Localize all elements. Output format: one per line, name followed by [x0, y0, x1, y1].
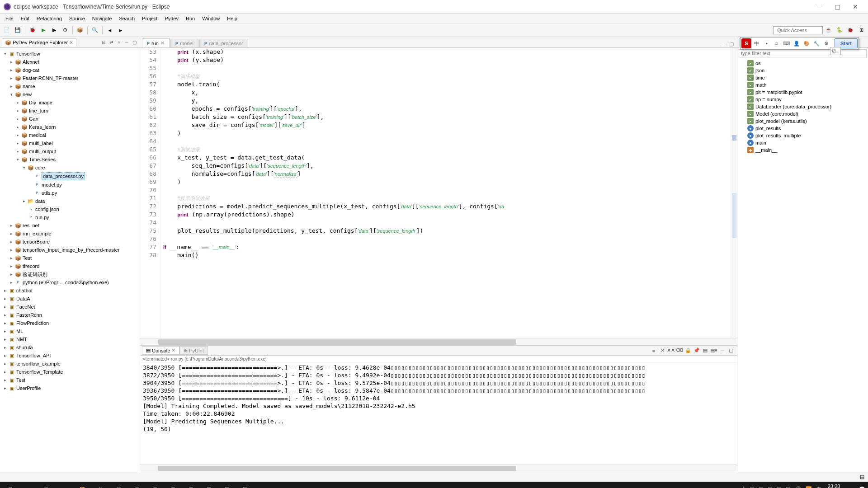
app3-button[interactable]: ▣ — [164, 482, 182, 488]
tree-node[interactable]: ▸▣FasterRcnn — [0, 311, 140, 319]
tree-node[interactable]: ▸▣Tensorflow_Template — [0, 368, 140, 376]
menu-search[interactable]: Search — [115, 15, 138, 22]
ime-tool-icon[interactable]: 🔧 — [812, 39, 821, 48]
tray-icon[interactable]: ▣ — [748, 486, 756, 488]
ime-skin-icon[interactable]: 🎨 — [802, 39, 811, 48]
ime-lang-icon[interactable]: 中 — [752, 39, 761, 48]
tree-node[interactable]: ▸📦Keras_learn — [0, 123, 140, 131]
maximize-icon[interactable]: ▢ — [131, 39, 138, 46]
link-editor-icon[interactable]: ⇄ — [108, 39, 115, 46]
tray-icon[interactable]: ▣ — [766, 486, 774, 488]
app5-button[interactable]: ▣ — [200, 482, 218, 488]
ime-toolbar[interactable]: S 中 • ☺ ⌨ 👤 🎨 🔧 ⚙ Start — [740, 37, 859, 50]
coverage-button[interactable]: ▶ — [49, 25, 59, 35]
editor-hscroll[interactable] — [140, 338, 737, 345]
remove-launch-icon[interactable]: ✕ — [658, 347, 666, 355]
app7-button[interactable]: ▣ — [236, 482, 254, 488]
tree-node[interactable]: ▸▣chatbot — [0, 286, 140, 295]
tree-node[interactable]: ▸📦name — [0, 82, 140, 90]
tree-node[interactable]: ▸📦tfrecord — [0, 262, 140, 270]
outline-item[interactable]: ▸math — [737, 81, 868, 89]
menu-file[interactable]: File — [2, 15, 17, 22]
code-editor[interactable]: print (x.shape) print (y.shape) #训练模型 mo… — [160, 48, 731, 338]
outline-item[interactable]: ◆__main__ — [737, 146, 868, 154]
outline-tree[interactable]: ▸os▸json▸time▸math▸plt = matplotlib.pypl… — [737, 59, 868, 472]
ime-settings-icon[interactable]: ⚙ — [822, 39, 831, 48]
close-icon[interactable]: ✕ — [69, 40, 73, 46]
tree-node[interactable]: ▸▣Test — [0, 376, 140, 384]
tray-icon[interactable]: ▣ — [775, 486, 783, 488]
tree-node[interactable]: ▸📦tensorBoard — [0, 238, 140, 246]
tree-node[interactable]: ▸▣DataA — [0, 295, 140, 303]
menu-edit[interactable]: Edit — [17, 15, 33, 22]
outline-item[interactable]: ▸plot_model (keras.utils) — [737, 117, 868, 125]
ime-user-icon[interactable]: 👤 — [792, 39, 801, 48]
outline-item[interactable]: ●plot_results_multiple — [737, 132, 868, 139]
tree-node[interactable]: ▾📦core — [0, 164, 140, 172]
editor-tab-data-processor[interactable]: Pdata_processor — [199, 39, 248, 47]
tree-node[interactable]: ▸📂data — [0, 197, 140, 205]
tree-node[interactable]: ▸📦res_net — [0, 221, 140, 230]
tray-icon[interactable]: ▣ — [784, 486, 792, 488]
tree-node[interactable]: ▸📦Faster-RCNN_TF-master — [0, 74, 140, 82]
explorer-button[interactable]: 📁 — [73, 482, 91, 488]
close-icon[interactable]: ✕ — [171, 347, 175, 353]
menu-project[interactable]: Project — [138, 15, 161, 22]
outline-item[interactable]: ▸DataLoader (core.data_processor) — [737, 103, 868, 110]
tree-node[interactable]: ▸📦Diy_image — [0, 99, 140, 107]
tree-node[interactable]: ▫config.json — [0, 205, 140, 213]
tree-node[interactable]: ▸▣UserProfile — [0, 384, 140, 392]
tree-node[interactable]: ▸▣tensorflow_example — [0, 360, 140, 368]
tree-node[interactable]: Pmodel.py — [0, 181, 140, 189]
edge-button[interactable]: e — [55, 482, 73, 488]
outline-filter-input[interactable] — [739, 49, 867, 57]
clear-console-icon[interactable]: ⌫ — [675, 347, 684, 355]
tray-wifi-icon[interactable]: 📶 — [804, 486, 814, 488]
tree-node[interactable]: ▸📦dog-cat — [0, 66, 140, 74]
taskview-button[interactable]: ▢ — [37, 482, 55, 488]
close-icon[interactable]: ✕ — [160, 40, 165, 46]
maximize-icon[interactable]: ▢ — [727, 347, 735, 355]
menu-pydev[interactable]: Pydev — [161, 15, 182, 22]
tree-node[interactable]: ▸▣Tensorflow_API — [0, 352, 140, 360]
tree-node[interactable]: ▸📦tensorflow_input_image_by_tfrecord-mas… — [0, 246, 140, 254]
outline-item[interactable]: ▸time — [737, 74, 868, 81]
quick-access-field[interactable]: Quick Access — [773, 26, 823, 34]
ime-dropdown[interactable]: 切... — [830, 47, 841, 55]
search-button[interactable]: ○ — [19, 482, 37, 488]
minimize-button[interactable]: ─ — [810, 0, 828, 13]
tree-node[interactable]: Putils.py — [0, 189, 140, 197]
nav-back[interactable]: ◄ — [105, 25, 115, 35]
close-button[interactable]: ✕ — [846, 0, 864, 13]
maximize-button[interactable]: ▢ — [828, 0, 846, 13]
perspective-java[interactable]: ☕ — [824, 25, 834, 35]
maximize-icon[interactable]: ▢ — [728, 40, 735, 47]
tree-node[interactable]: ▸📦medical — [0, 131, 140, 139]
menu-run[interactable]: Run — [182, 15, 198, 22]
scroll-lock-icon[interactable]: 🔒 — [684, 347, 692, 355]
tree-node[interactable]: ▸Ppython (e:\Progr ... conda3\python.exe… — [0, 278, 140, 286]
perspective-open[interactable]: ⊞ — [856, 25, 866, 35]
menu-navigate[interactable]: Navigate — [89, 15, 115, 22]
tree-node[interactable]: ▾📦Time-Series — [0, 155, 140, 164]
display-console-icon[interactable]: ▤ — [701, 347, 709, 355]
ime-keyboard-icon[interactable]: ⌨ — [782, 39, 791, 48]
collapse-all-icon[interactable]: ⊟ — [100, 39, 107, 46]
package-tree[interactable]: ▾▣Tensorflow▸📦Alexnet▸📦dog-cat▸📦Faster-R… — [0, 48, 140, 472]
tree-node[interactable]: ▸📦Gan — [0, 115, 140, 123]
new-button[interactable]: 📄 — [2, 25, 12, 35]
console-output[interactable]: 3840/3950 [===========================>.… — [140, 363, 737, 465]
editor-tab-model[interactable]: Pmodel — [170, 39, 198, 47]
terminate-icon[interactable]: ■ — [650, 347, 658, 355]
perspective-pydev[interactable]: 🐍 — [835, 25, 844, 35]
menu-window[interactable]: Window — [198, 15, 223, 22]
view-menu-icon[interactable]: ▿ — [115, 39, 123, 46]
menu-help[interactable]: Help — [223, 15, 241, 22]
tray-ime-icon[interactable]: 中 — [815, 486, 823, 488]
tree-node[interactable]: ▸📦Test — [0, 254, 140, 262]
start-button[interactable]: ⊞ — [1, 482, 19, 488]
remove-all-icon[interactable]: ✕✕ — [667, 347, 675, 355]
outline-item[interactable]: ▸np = numpy — [737, 96, 868, 103]
tree-node[interactable]: ▸▣shurufa — [0, 343, 140, 352]
save-button[interactable]: 💾 — [13, 25, 23, 35]
